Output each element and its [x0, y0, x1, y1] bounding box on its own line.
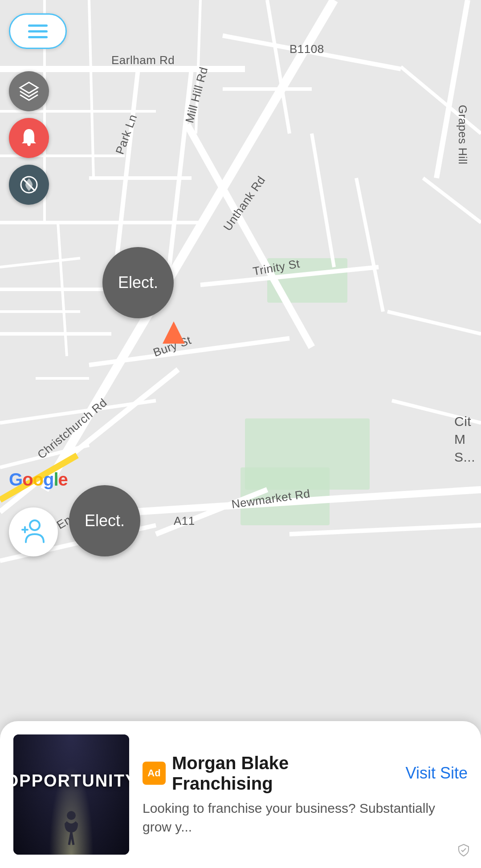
ad-image: OPPORTUNITY: [13, 734, 129, 855]
svg-marker-44: [20, 82, 38, 93]
elect-marker-2[interactable]: Elect.: [69, 485, 140, 556]
ad-privacy-icon: [457, 844, 470, 860]
menu-button[interactable]: [9, 13, 67, 49]
svg-line-49: [71, 832, 73, 845]
layers-icon: [18, 81, 40, 102]
road-label-earlham: Earlham Rd: [111, 53, 175, 67]
road-label-b1108: B1108: [289, 42, 324, 56]
road-label-city3: S...: [454, 450, 475, 465]
road-label-city2: M: [454, 432, 466, 447]
google-logo: Google: [9, 470, 68, 490]
svg-rect-0: [0, 0, 481, 721]
alert-button[interactable]: [9, 118, 49, 158]
map-roads: [0, 0, 481, 721]
privacy-icon: [457, 844, 470, 857]
layers-button[interactable]: [9, 71, 49, 111]
add-person-icon: [18, 516, 49, 548]
no-incident-icon: [18, 174, 40, 195]
ad-badge-text: Ad: [147, 767, 160, 779]
ad-badge: Ad: [143, 762, 166, 785]
svg-point-47: [67, 811, 76, 820]
elect-marker-1[interactable]: Elect.: [102, 247, 174, 318]
ad-banner: OPPORTUNITY Ad Morgan Blake Franchising …: [0, 721, 481, 868]
road-label-a11: A11: [174, 514, 195, 528]
no-incident-button[interactable]: [9, 165, 49, 205]
location-pin: [163, 321, 185, 344]
hamburger-icon: [28, 24, 48, 38]
road-label-grapes-hill: Grapes Hill: [456, 105, 469, 165]
ad-description: Looking to franchise your business? Subs…: [143, 799, 468, 836]
map-view[interactable]: Earlham Rd B1108 Grapes Hill Park Ln Mil…: [0, 0, 481, 721]
add-person-button[interactable]: [9, 507, 58, 556]
ad-image-text: OPPORTUNITY: [13, 772, 129, 791]
ad-company-name: Morgan Blake Franchising: [172, 753, 289, 794]
ad-content: Ad Morgan Blake Franchising Visit Site L…: [143, 753, 468, 836]
ad-header: Ad Morgan Blake Franchising Visit Site: [143, 753, 468, 794]
figure-silhouette: [60, 810, 82, 846]
ad-title-row: Ad Morgan Blake Franchising: [143, 753, 289, 794]
road-label-city1: Cit: [454, 414, 471, 429]
svg-point-41: [30, 520, 40, 530]
bell-icon: [18, 127, 40, 149]
visit-site-button[interactable]: Visit Site: [406, 764, 468, 783]
